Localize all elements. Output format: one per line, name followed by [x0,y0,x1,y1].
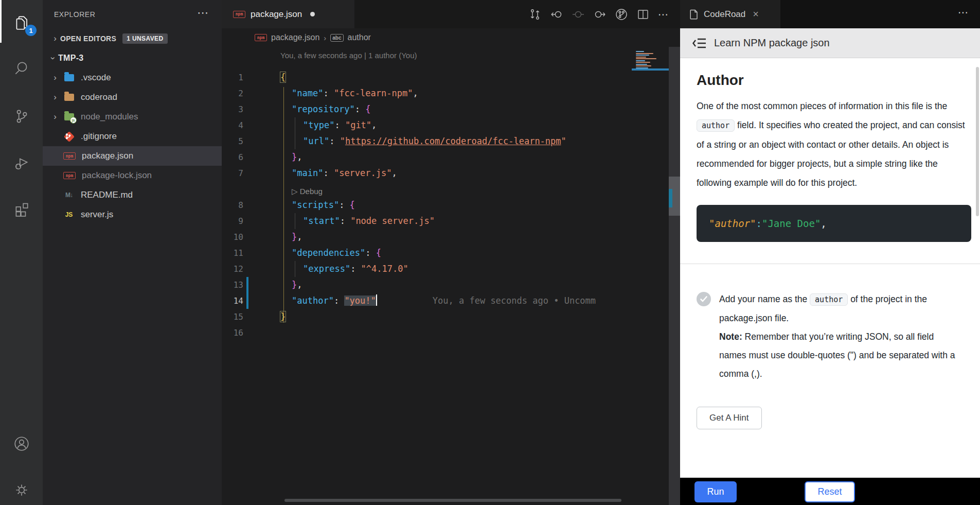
code-line-11[interactable]: 11"dependencies": { [222,245,680,261]
vscode-window: 1 [0,0,980,505]
get-a-hint-button[interactable]: Get A Hint [697,407,762,429]
file-name: coderoad [81,92,117,102]
divider [680,264,980,264]
minimap-mark [636,60,645,61]
sidebar-item-explorer[interactable]: 1 [0,3,43,42]
file-row--vscode[interactable]: ›.vscode [43,68,222,88]
breadcrumb-item-symbol[interactable]: author [348,33,371,42]
run-button[interactable]: Run [694,481,737,502]
file-name: package.json [82,151,133,161]
line-number: 10 [222,229,243,245]
code-line-6[interactable]: 6}, [222,149,680,165]
code-line-2[interactable]: 2"name": "fcc-learn-npm", [222,85,680,101]
previous-change-icon[interactable] [550,8,563,21]
code-line-9[interactable]: 9"start": "node server.js" [222,213,680,229]
sidebar-item-extensions[interactable] [0,188,43,228]
search-icon [13,59,30,77]
account-icon [13,435,30,452]
close-icon[interactable]: × [753,8,759,20]
sidebar-item-run-and-debug[interactable] [0,143,43,182]
chevron-right-icon: › [324,33,326,42]
modified-line-indicator [246,277,248,293]
line-number: 11 [222,245,243,261]
code-line-16[interactable]: 16 [222,325,680,341]
breadcrumb-item-file[interactable]: package.json [271,33,319,42]
sidebar-item-source-control[interactable] [0,97,43,136]
npm-file-icon: npm [255,34,267,41]
editor-tab-bar: npm package.json [222,0,680,28]
file-row-readme-md[interactable]: M↓README.md [43,185,222,205]
settings-button[interactable] [0,471,43,505]
code-line-3[interactable]: 3"repository": { [222,101,680,117]
open-changes-icon[interactable] [528,8,542,21]
explorer-more-actions[interactable]: ⋯ [197,6,208,20]
file-row-coderoad[interactable]: ›coderoad [43,88,222,107]
codelens-debug[interactable]: ▷ Debug [222,181,680,197]
tutorial-header: Learn NPM package json [680,28,980,58]
code-line-14[interactable]: 14"author": "you!"You, a few seconds ago… [222,293,680,309]
code-line-4[interactable]: 4"type": "git", [222,117,680,133]
open-editors-label: OPEN EDITORS [60,34,116,43]
line-number: 9 [222,213,243,229]
sidebar-item-search[interactable] [0,48,43,88]
gitlens-file-blame[interactable]: You, a few seconds ago | 1 author (You) [280,51,417,60]
coderoad-action-icon[interactable] [615,8,628,21]
tab-coderoad[interactable]: CodeRoad × [680,0,780,28]
editor-more-actions[interactable]: ⋯ [658,8,669,21]
chevron-right-icon: › [50,92,60,102]
code-line-7[interactable]: 7"main": "server.js", [222,165,680,181]
extensions-icon [13,199,30,217]
inline-code-chip: author [697,119,735,132]
file-name: README.md [81,190,133,200]
tab-package-json[interactable]: npm package.json [222,0,354,28]
split-editor-icon[interactable] [636,8,650,21]
line-number: 12 [222,261,243,277]
file-row--gitignore[interactable]: .gitignore [43,127,222,146]
vscode-folder-icon [63,73,75,82]
minimap-current-line [632,68,672,71]
text-cursor [376,294,377,306]
workspace-root-folder[interactable]: › TMP-3 [43,48,222,68]
coderoad-tab-label: CodeRoad [704,9,745,20]
example-code-block: "author": "Jane Doe", [697,205,971,242]
coderoad-footer: Run Reset [680,478,980,505]
code-line-10[interactable]: 10}, [222,229,680,245]
line-number: 13 [222,277,243,293]
npm-icon: npm [63,172,76,179]
editor-group: npm package.json [222,0,680,505]
code-line-12[interactable]: 12"express": "^4.17.0" [222,261,680,277]
vertical-scrollbar[interactable] [669,47,680,505]
gitlens-inline-blame: You, a few seconds ago • Uncomm [433,295,596,306]
panel-scrollbar[interactable] [976,67,979,216]
lesson-paragraph: One of the most common pieces of informa… [697,97,974,193]
open-editors-section[interactable]: › OPEN EDITORS 1 UNSAVED [43,29,222,48]
code-line-13[interactable]: 13}, [222,277,680,293]
next-change-icon[interactable] [593,8,607,21]
code-line-8[interactable]: 8"scripts": { [222,197,680,213]
accounts-button[interactable] [0,424,43,463]
code-line-15[interactable]: 15} [222,309,680,325]
code-line-1[interactable]: 1{ [222,69,680,85]
file-row-server-js[interactable]: JSserver.js [43,205,222,224]
file-row-node-modules[interactable]: ›jsnode_modules [43,107,222,127]
line-number: 4 [222,117,243,133]
modified-dot-icon[interactable] [310,12,315,16]
breadcrumb: npm package.json › abc author [222,28,680,47]
minimap-mark [636,55,649,56]
markdown-icon: M↓ [63,190,75,200]
file-row-package-lock-json[interactable]: npmpackage-lock.json [43,166,222,185]
horizontal-scrollbar[interactable] [284,499,621,502]
reset-button[interactable]: Reset [805,481,855,502]
explorer-sidebar: EXPLORER ⋯ › OPEN EDITORS 1 UNSAVED › TM… [43,0,222,505]
minimap-mark [636,57,646,58]
change-marker-icon[interactable] [572,8,585,21]
file-row-package-json[interactable]: npmpackage.json [43,146,222,166]
minimap[interactable] [636,51,670,71]
coderoad-panel: CodeRoad × ⋯ Learn NPM package json Auth… [680,0,980,505]
modified-line-indicator [246,293,248,309]
panel-more-actions[interactable]: ⋯ [958,6,969,19]
file-name: .vscode [81,73,111,83]
code-line-5[interactable]: 5"url": "https://github.com/coderoad/fcc… [222,133,680,149]
code-editor[interactable]: You, a few seconds ago | 1 author (You) … [222,47,680,505]
back-to-lessons-icon[interactable] [692,37,707,50]
